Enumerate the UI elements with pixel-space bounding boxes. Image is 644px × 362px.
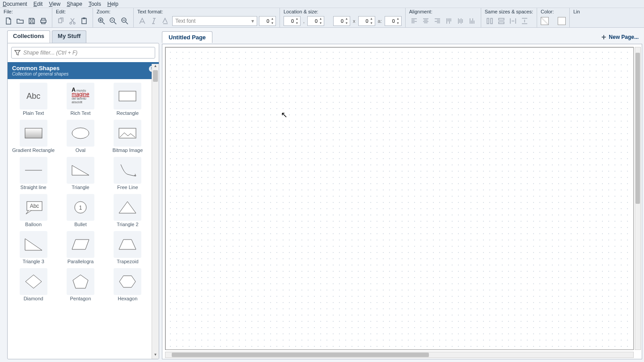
cut-icon[interactable] <box>68 16 77 26</box>
copy-icon[interactable] <box>56 16 66 26</box>
same-height-icon[interactable] <box>496 16 506 26</box>
distribute-h-icon[interactable] <box>508 16 518 26</box>
shape-straight-line[interactable]: Straight line <box>11 157 55 190</box>
shape-rich-text[interactable]: A mundumaginedel tamntoabsciditRich Text <box>58 83 102 116</box>
toolgroup-label-sizes: Same sizes & spaces: <box>485 9 533 15</box>
italic-icon[interactable] <box>149 16 159 26</box>
toolgroup-zoom: Zoom: <box>93 8 134 27</box>
canvas-hscrollbar[interactable] <box>165 352 634 358</box>
same-width-icon[interactable] <box>485 16 495 26</box>
shape-hexagon[interactable]: Hexagon <box>106 268 150 302</box>
shape-plain-text[interactable]: AbcPlain Text <box>11 83 55 116</box>
font-select-label: Text font <box>175 18 195 24</box>
shape-triangle-2[interactable]: Triangle 2 <box>106 194 150 227</box>
toolgroup-file: File: <box>0 8 52 27</box>
align-middle-icon[interactable] <box>456 16 466 26</box>
menu-help[interactable]: Help <box>107 1 119 7</box>
svg-rect-9 <box>499 18 504 20</box>
page-tab-untitled[interactable]: Untitled Page <box>162 31 212 43</box>
page-tabs: Untitled Page + New Page... <box>162 30 642 44</box>
align-right-icon[interactable] <box>432 16 442 26</box>
font-select[interactable]: Text font▾ <box>172 16 257 26</box>
loc-x-spinner[interactable]: ▲▼ <box>284 16 301 26</box>
canvas-hscroll-thumb[interactable] <box>172 353 429 357</box>
toolgroup-text-format: Text format: Text font▾ ▲▼ <box>134 8 280 27</box>
align-center-icon[interactable] <box>421 16 431 26</box>
shape-parallelogram[interactable]: Parallelogra <box>58 231 102 265</box>
paste-icon[interactable] <box>79 16 89 26</box>
menu-document[interactable]: DDocumentocument <box>3 1 27 7</box>
print-icon[interactable] <box>38 16 48 26</box>
toolgroup-color: Color: <box>537 8 570 27</box>
cursor-icon: ↖ <box>281 110 288 120</box>
menu-tools[interactable]: Tools <box>89 1 101 7</box>
shape-filter-placeholder: Shape filter... (Ctrl + F) <box>23 50 77 56</box>
loc-x-input[interactable] <box>284 18 295 24</box>
stroke-color-swatch[interactable] <box>558 17 566 25</box>
sidebar-tabs: Collections My Stuff <box>7 30 159 43</box>
shapes-grid: AbcPlain Text A mundumaginedel tamntoabs… <box>8 79 159 359</box>
zoom-in-icon[interactable] <box>97 16 106 26</box>
angle-input[interactable] <box>385 18 396 24</box>
size-h-input[interactable] <box>359 18 369 24</box>
collection-header[interactable]: Common Shapes Collection of general shap… <box>8 62 159 79</box>
sidebar-panel: Shape filter... (Ctrl + F) Common Shapes… <box>7 43 159 359</box>
shape-free-line[interactable]: Free Line <box>106 157 150 190</box>
menu-edit[interactable]: Edit <box>34 1 43 7</box>
toolgroup-label-line: Lin <box>573 9 580 15</box>
shape-bullet[interactable]: 1Bullet <box>58 194 102 227</box>
save-file-icon[interactable] <box>27 16 37 26</box>
size-w-spinner[interactable]: ▲▼ <box>333 16 350 26</box>
size-h-spinner[interactable]: ▲▼ <box>358 16 375 26</box>
new-page-button[interactable]: + New Page... <box>602 33 642 42</box>
loc-y-input[interactable] <box>308 18 318 24</box>
canvas[interactable]: ↖ <box>165 47 634 350</box>
svg-rect-14 <box>119 128 136 138</box>
fontsize-spinner[interactable]: ▲▼ <box>259 16 276 26</box>
align-left-icon[interactable] <box>409 16 419 26</box>
align-top-icon[interactable] <box>444 16 454 26</box>
shape-triangle-3[interactable]: Triangle 3 <box>11 231 55 265</box>
toolgroup-label-loc: Location & size: <box>284 9 402 15</box>
svg-text:1: 1 <box>79 205 82 211</box>
canvas-area: Untitled Page + New Page... ↖ <box>162 28 644 362</box>
tab-collections[interactable]: Collections <box>7 30 50 43</box>
distribute-v-icon[interactable] <box>520 16 530 26</box>
svg-rect-11 <box>119 91 136 101</box>
fill-color-swatch[interactable] <box>541 17 549 25</box>
zoom-out-icon[interactable] <box>120 16 130 26</box>
new-file-icon[interactable] <box>4 16 13 26</box>
menu-shape[interactable]: Shape <box>67 1 82 7</box>
svg-rect-2 <box>82 18 86 24</box>
shape-diamond[interactable]: Diamond <box>11 268 55 302</box>
menu-view[interactable]: View <box>49 1 60 7</box>
canvas-vscroll-thumb[interactable] <box>636 53 640 204</box>
filter-icon <box>14 50 21 56</box>
tab-mystuff[interactable]: My Stuff <box>52 30 86 43</box>
shape-rectangle[interactable]: Rectangle <box>106 83 150 116</box>
shape-bitmap[interactable]: Bitmap Image <box>106 120 150 153</box>
size-w-input[interactable] <box>334 18 344 24</box>
menubar: DDocumentocument Edit View Shape Tools H… <box>0 0 644 8</box>
shape-gradient-rect[interactable]: Gradient Rectangle <box>11 120 55 153</box>
fontsize-input[interactable] <box>259 18 270 24</box>
shape-trapezoid[interactable]: Trapezoid <box>106 231 150 265</box>
shape-triangle[interactable]: Triangle <box>58 157 102 190</box>
canvas-vscrollbar[interactable] <box>635 47 641 350</box>
shape-oval[interactable]: Oval <box>58 120 102 153</box>
open-file-icon[interactable] <box>15 16 25 26</box>
zoom-reset-icon[interactable] <box>108 16 118 26</box>
loc-y-spinner[interactable]: ▲▼ <box>307 16 324 26</box>
shape-filter-input[interactable]: Shape filter... (Ctrl + F) <box>11 47 155 59</box>
shape-pentagon[interactable]: Pentagon <box>58 268 102 302</box>
sidebar-scrollbar[interactable]: ▲▼ <box>152 64 159 359</box>
toolgroup-label-color: Color: <box>541 9 566 15</box>
align-bottom-icon[interactable] <box>467 16 477 26</box>
underline-icon[interactable] <box>161 16 170 26</box>
sidebar-scrollbar-thumb[interactable] <box>153 70 158 82</box>
shape-balloon[interactable]: AbcBalloon <box>11 194 55 227</box>
dropdown-arrow-icon: ▾ <box>251 18 254 24</box>
svg-rect-10 <box>499 22 504 24</box>
angle-spinner[interactable]: ▲▼ <box>385 16 402 26</box>
bold-icon[interactable] <box>137 16 147 26</box>
